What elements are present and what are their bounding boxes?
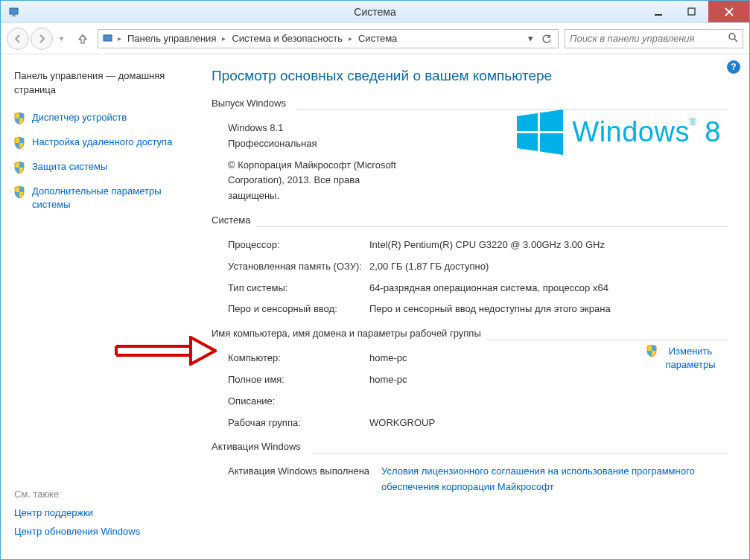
up-button[interactable]	[72, 28, 93, 49]
shield-icon	[14, 112, 26, 127]
license-terms-link[interactable]: Условия лицензионного соглашения на испо…	[381, 464, 728, 495]
see-also-action-center[interactable]: Центр поддержки	[14, 507, 185, 518]
shield-icon	[646, 345, 657, 360]
ram-label: Установленная память (ОЗУ):	[228, 259, 362, 275]
system-icon	[8, 5, 22, 19]
crumb-system-security[interactable]: Система и безопасность	[227, 30, 347, 48]
svg-rect-1	[13, 14, 15, 16]
shield-icon	[14, 137, 26, 151]
sidebar-link-system-protection[interactable]: Защита системы	[14, 160, 185, 176]
crumb-control-panel[interactable]: Панель управления	[123, 30, 220, 48]
close-button[interactable]	[708, 1, 749, 22]
svg-rect-4	[688, 8, 695, 15]
svg-marker-10	[517, 113, 538, 131]
workgroup-label: Рабочая группа:	[228, 416, 362, 431]
section-header-edition: Выпуск Windows	[212, 98, 728, 109]
full-name-label: Полное имя:	[228, 372, 362, 388]
sidebar-link-label: Настройка удаленного доступа	[32, 136, 172, 149]
minimize-button[interactable]	[641, 1, 675, 22]
see-also-header: См. также	[14, 489, 185, 500]
processor-label: Процессор:	[228, 238, 362, 253]
crumb-system[interactable]: Система	[354, 30, 401, 48]
sidebar-link-label: Дополнительные параметры системы	[32, 185, 185, 211]
workgroup-section: Имя компьютера, имя домена и параметры р…	[212, 328, 728, 441]
navbar: ▾ ▸ Панель управления ▸ Система и безопа…	[1, 23, 749, 54]
search-icon[interactable]	[728, 32, 738, 45]
svg-rect-0	[10, 8, 18, 14]
pen-touch-value: Перо и сенсорный ввод недоступны для это…	[369, 302, 728, 317]
chevron-right-icon[interactable]: ▸	[220, 34, 227, 42]
titlebar: Система	[1, 1, 749, 23]
chevron-right-icon[interactable]: ▸	[116, 34, 123, 42]
help-icon[interactable]: ?	[727, 60, 740, 74]
description-label: Описание:	[228, 394, 362, 410]
activation-section: Активация Windows Активация Windows выпо…	[212, 441, 728, 506]
see-also-windows-update[interactable]: Центр обновления Windows	[14, 526, 185, 537]
workgroup-value: WORKGROUP	[369, 416, 728, 431]
full-name-value: home-pc	[369, 372, 728, 388]
search-input[interactable]	[570, 33, 728, 44]
computer-name-label: Компьютер:	[228, 351, 362, 366]
svg-marker-12	[517, 133, 538, 151]
address-bar[interactable]: ▸ Панель управления ▸ Система и безопасн…	[98, 29, 559, 48]
forward-button[interactable]	[31, 28, 53, 50]
section-header-workgroup: Имя компьютера, имя домена и параметры р…	[212, 328, 728, 339]
pen-touch-label: Перо и сенсорный ввод:	[228, 302, 362, 317]
maximize-button[interactable]	[675, 1, 708, 22]
system-type-value: 64-разрядная операционная система, проце…	[369, 281, 728, 296]
processor-value: Intel(R) Pentium(R) CPU G3220 @ 3.00GHz …	[369, 238, 728, 253]
windows-edition-section: Выпуск Windows Windows 8.1 Профессиональ…	[212, 98, 728, 214]
system-type-label: Тип системы:	[228, 281, 362, 296]
windows-copyright: © Корпорация Майкрософт (Microsoft Corpo…	[228, 158, 399, 204]
windows-logo: Windows® 8	[517, 109, 721, 155]
refresh-button[interactable]	[538, 34, 555, 44]
history-dropdown[interactable]: ▾	[54, 34, 68, 42]
svg-rect-7	[104, 35, 112, 41]
svg-marker-11	[540, 109, 563, 131]
activation-status: Активация Windows выполнена	[228, 464, 369, 480]
svg-line-9	[734, 39, 737, 42]
system-section: Система Процессор: Intel(R) Pentium(R) C…	[212, 214, 728, 328]
ram-value: 2,00 ГБ (1,87 ГБ доступно)	[369, 259, 728, 275]
svg-point-8	[729, 34, 735, 39]
sidebar-link-device-manager[interactable]: Диспетчер устройств	[14, 111, 185, 127]
window-controls	[641, 1, 749, 22]
main-panel: Просмотр основных сведений о вашем компь…	[198, 54, 749, 559]
sidebar-link-advanced-settings[interactable]: Дополнительные параметры системы	[14, 185, 185, 211]
chevron-right-icon[interactable]: ▸	[347, 34, 354, 42]
window-title: Система	[354, 6, 395, 18]
sidebar-link-label: Диспетчер устройств	[32, 111, 127, 124]
content-area: ? Панель управления — домашняя страница …	[1, 54, 749, 559]
section-header-activation: Активация Windows	[212, 441, 728, 452]
address-icon	[101, 33, 116, 45]
description-value	[369, 394, 728, 410]
change-settings-link[interactable]: Изменить параметры	[646, 345, 721, 371]
sidebar-link-remote-settings[interactable]: Настройка удаленного доступа	[14, 136, 185, 151]
shield-icon	[14, 162, 26, 176]
shield-icon	[14, 186, 26, 200]
change-settings-text: Изменить параметры	[660, 345, 721, 371]
sidebar-link-label: Защита системы	[32, 160, 107, 174]
page-title: Просмотр основных сведений о вашем компь…	[212, 68, 728, 84]
section-header-system: Система	[212, 214, 728, 226]
svg-marker-13	[540, 133, 563, 155]
windows-logo-icon	[517, 109, 563, 155]
sidebar: Панель управления — домашняя страница Ди…	[1, 54, 198, 559]
windows-logo-text: Windows® 8	[572, 109, 721, 155]
address-dropdown[interactable]: ▾	[522, 33, 538, 44]
system-window: Система ▾	[0, 0, 750, 560]
search-box[interactable]	[565, 29, 743, 48]
control-panel-home-link[interactable]: Панель управления — домашняя страница	[14, 69, 185, 98]
back-button[interactable]	[7, 28, 29, 50]
svg-rect-2	[11, 16, 16, 16]
